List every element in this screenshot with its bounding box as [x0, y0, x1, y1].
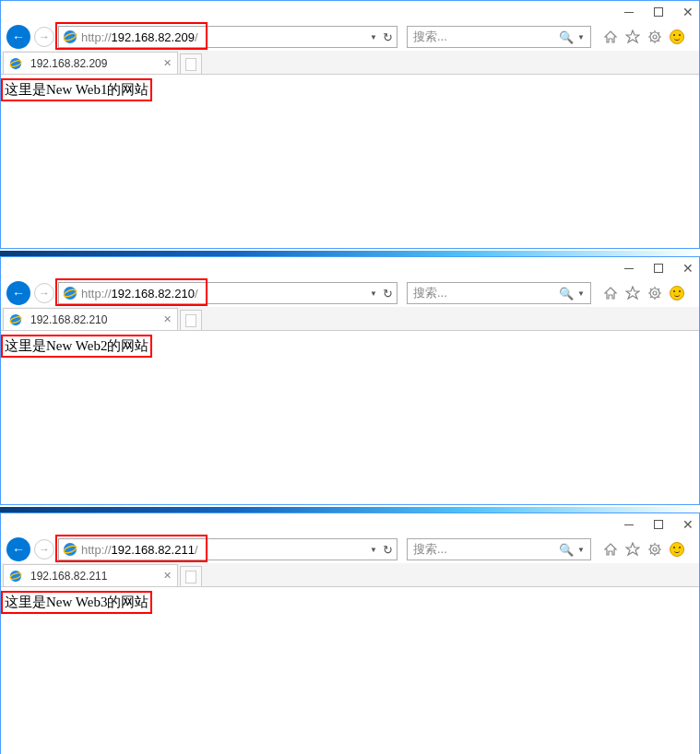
svg-point-15 — [653, 548, 657, 551]
navigation-bar: ← → http://192.168.82.211/ ▼ ↻ 搜索... 🔍 ▼ — [1, 536, 699, 563]
dropdown-icon[interactable]: ▼ — [370, 33, 377, 41]
tab-close-icon[interactable]: ✕ — [163, 570, 172, 582]
svg-point-10 — [10, 313, 21, 324]
minimize-button[interactable] — [622, 261, 636, 276]
page-body-text: 这里是New Web2的网站 — [1, 335, 152, 358]
back-arrow-icon: ← — [12, 542, 25, 557]
search-box[interactable]: 搜索... 🔍 ▼ — [407, 26, 591, 48]
search-dropdown-icon[interactable]: ▼ — [577, 546, 585, 554]
close-button[interactable]: ✕ — [681, 517, 695, 532]
star-icon — [625, 286, 640, 300]
page-body-text: 这里是New Web3的网站 — [1, 591, 152, 614]
search-icon[interactable]: 🔍 — [559, 543, 574, 557]
close-button[interactable]: ✕ — [681, 5, 695, 19]
tab-title: 192.168.82.209 — [30, 57, 159, 70]
browser-tab[interactable]: 192.168.82.211 ✕ — [3, 564, 178, 586]
feedback-button[interactable] — [669, 285, 685, 301]
dropdown-icon[interactable]: ▼ — [370, 546, 377, 554]
search-box[interactable]: 搜索... 🔍 ▼ — [407, 538, 591, 560]
address-bar[interactable]: http://192.168.82.209/ ▼ ↻ — [58, 26, 397, 48]
address-bar[interactable]: http://192.168.82.211/ ▼ ↻ — [58, 538, 397, 560]
back-button[interactable]: ← — [6, 281, 30, 305]
close-icon: ✕ — [682, 261, 694, 276]
gear-icon — [647, 29, 662, 44]
refresh-icon[interactable]: ↻ — [383, 30, 393, 44]
search-icon[interactable]: 🔍 — [559, 30, 574, 44]
star-icon — [625, 29, 640, 44]
tab-close-icon[interactable]: ✕ — [163, 313, 172, 325]
minimize-icon — [624, 524, 634, 525]
minimize-icon — [624, 12, 634, 13]
favorites-button[interactable] — [624, 285, 641, 301]
home-button[interactable] — [602, 285, 619, 301]
maximize-button[interactable] — [651, 261, 666, 276]
new-tab-icon — [185, 571, 196, 583]
browser-window: ✕ ← → http://192.168.82.211/ ▼ ↻ 搜索... 🔍… — [0, 512, 700, 754]
home-icon — [603, 29, 618, 44]
search-box[interactable]: 搜索... 🔍 ▼ — [407, 282, 591, 304]
search-placeholder: 搜索... — [413, 541, 559, 558]
tab-title: 192.168.82.211 — [30, 570, 159, 583]
dropdown-icon[interactable]: ▼ — [370, 289, 377, 298]
maximize-icon — [654, 520, 663, 529]
address-text: http://192.168.82.210/ — [81, 287, 370, 300]
favorites-button[interactable] — [624, 541, 641, 558]
minimize-icon — [624, 268, 634, 269]
home-button[interactable] — [602, 29, 619, 45]
minimize-button[interactable] — [622, 517, 636, 532]
ie-icon — [63, 29, 77, 44]
close-button[interactable]: ✕ — [681, 261, 695, 276]
refresh-icon[interactable]: ↻ — [383, 543, 393, 557]
gear-icon — [647, 542, 662, 557]
toolbar-icons — [602, 29, 685, 45]
title-bar: ✕ — [1, 1, 699, 23]
new-tab-button[interactable] — [180, 566, 202, 586]
feedback-button[interactable] — [669, 29, 685, 45]
browser-tab[interactable]: 192.168.82.209 ✕ — [3, 52, 178, 74]
address-text: http://192.168.82.211/ — [81, 543, 370, 557]
refresh-icon[interactable]: ↻ — [383, 287, 393, 300]
new-tab-button[interactable] — [180, 310, 202, 330]
forward-button[interactable]: → — [34, 539, 54, 560]
tab-bar: 192.168.82.211 ✕ — [1, 563, 699, 587]
tab-close-icon[interactable]: ✕ — [163, 57, 172, 69]
favorites-button[interactable] — [624, 29, 641, 45]
forward-button[interactable]: → — [34, 283, 54, 303]
settings-button[interactable] — [647, 285, 663, 301]
window-controls: ✕ — [622, 517, 695, 532]
ie-icon — [63, 542, 77, 557]
maximize-icon — [654, 7, 663, 17]
back-button[interactable]: ← — [6, 25, 30, 49]
search-icon[interactable]: 🔍 — [559, 287, 574, 300]
settings-button[interactable] — [647, 29, 663, 45]
maximize-button[interactable] — [651, 5, 666, 19]
page-content: 这里是New Web1的网站 — [1, 75, 699, 109]
new-tab-button[interactable] — [180, 53, 202, 74]
page-content: 这里是New Web2的网站 — [1, 331, 699, 365]
smiley-icon — [670, 286, 684, 300]
search-placeholder: 搜索... — [413, 29, 559, 45]
ie-icon — [9, 313, 22, 326]
back-arrow-icon: ← — [12, 286, 25, 300]
forward-arrow-icon: → — [39, 543, 50, 556]
page-content: 这里是New Web3的网站 — [1, 587, 699, 621]
tab-bar: 192.168.82.210 ✕ — [1, 307, 699, 331]
minimize-button[interactable] — [622, 5, 636, 19]
page-body-text: 这里是New Web1的网站 — [1, 78, 152, 101]
search-dropdown-icon[interactable]: ▼ — [577, 289, 585, 298]
new-tab-icon — [185, 314, 196, 327]
feedback-button[interactable] — [669, 541, 685, 558]
search-placeholder: 搜索... — [413, 285, 559, 301]
new-tab-icon — [185, 58, 196, 71]
tab-title: 192.168.82.210 — [30, 313, 159, 326]
forward-button[interactable]: → — [34, 27, 54, 47]
address-text: http://192.168.82.209/ — [81, 30, 370, 44]
maximize-button[interactable] — [651, 517, 666, 532]
close-icon: ✕ — [682, 5, 694, 19]
address-bar[interactable]: http://192.168.82.210/ ▼ ↻ — [58, 282, 397, 304]
browser-tab[interactable]: 192.168.82.210 ✕ — [3, 308, 178, 330]
back-button[interactable]: ← — [6, 537, 30, 561]
search-dropdown-icon[interactable]: ▼ — [577, 33, 585, 41]
home-button[interactable] — [602, 541, 619, 558]
settings-button[interactable] — [647, 541, 663, 558]
